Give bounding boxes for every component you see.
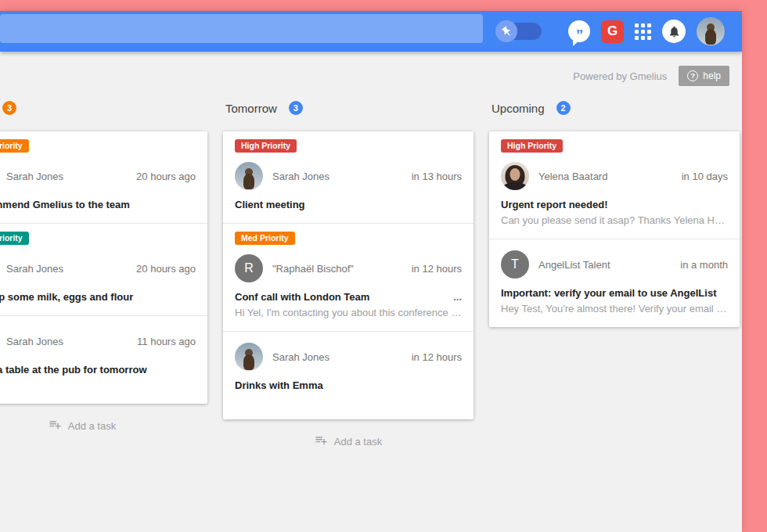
column-count-badge: 3 bbox=[2, 101, 16, 115]
playlist-add-icon bbox=[315, 433, 328, 449]
question-mark-icon: ? bbox=[687, 70, 698, 81]
sender-name: Sarah Jones bbox=[6, 263, 63, 275]
card-title: Recommend Gmelius to the team bbox=[0, 199, 196, 210]
avatar bbox=[235, 162, 263, 190]
due-time: 20 hours ago bbox=[136, 171, 196, 182]
card-title: Pick up some milk, eggs and flour bbox=[0, 291, 196, 303]
card-title: Drinks with Emma bbox=[235, 379, 462, 391]
chip-row: High Priority bbox=[235, 138, 462, 153]
card-title: Client meeting bbox=[235, 199, 462, 210]
pushpin-icon bbox=[495, 20, 517, 42]
notifications-bell-icon[interactable] bbox=[662, 20, 686, 43]
task-card[interactable]: Sarah Jones11 hours agoBook a table at t… bbox=[0, 315, 207, 404]
due-time: in 13 hours bbox=[412, 171, 462, 182]
sender-row: Sarah Jones20 hours ago bbox=[0, 162, 196, 190]
sender-name: Sarah Jones bbox=[6, 171, 63, 182]
task-card[interactable]: TAngelList Talentin a monthImportant: ve… bbox=[489, 239, 740, 327]
more-ellipsis: ... bbox=[453, 291, 462, 303]
avatar bbox=[235, 343, 263, 371]
board-column: Tomorrow3High PrioritySarah Jonesin 13 h… bbox=[223, 101, 474, 449]
sender-name: "Raphaël Bischof" bbox=[272, 263, 354, 275]
task-card[interactable]: High PriorityYelena Baatardin 10 daysUrg… bbox=[489, 131, 740, 239]
gmelius-pin-toggle[interactable] bbox=[501, 23, 542, 40]
sender-row: Yelena Baatardin 10 days bbox=[501, 162, 728, 190]
column-header: Upcoming2 bbox=[489, 101, 740, 115]
due-time: in 12 hours bbox=[412, 351, 462, 363]
sender-row: TAngelList Talentin a month bbox=[501, 250, 728, 279]
hangouts-icon[interactable]: ” bbox=[568, 20, 590, 42]
sender-name: Yelena Baatard bbox=[538, 171, 607, 182]
avatar bbox=[501, 162, 529, 190]
task-card[interactable]: Low PrioritySarah Jones20 hours agoPick … bbox=[0, 223, 207, 315]
task-card[interactable]: Sarah Jonesin 12 hoursDrinks with Emma bbox=[223, 331, 474, 419]
sender-row: Sarah Jones20 hours ago bbox=[0, 254, 196, 282]
sender-row: R"Raphaël Bischof"in 12 hours bbox=[235, 254, 462, 282]
title-row: Important: verify your email to use Ange… bbox=[501, 287, 728, 299]
playlist-add-icon bbox=[49, 418, 62, 433]
column-title: Tomorrow bbox=[225, 102, 277, 115]
due-time: 11 hours ago bbox=[137, 336, 196, 347]
avatar: R bbox=[235, 254, 263, 282]
add-task-button[interactable]: Add a task bbox=[223, 433, 474, 449]
sender-name: Sarah Jones bbox=[272, 171, 329, 182]
sender-row: Sarah Jonesin 12 hours bbox=[235, 343, 462, 371]
add-task-button[interactable]: Add a task bbox=[0, 418, 207, 433]
powered-by-label: Powered by Gmelius bbox=[573, 70, 667, 82]
sender-row: Sarah Jonesin 13 hours bbox=[235, 162, 462, 190]
title-row: Recommend Gmelius to the team bbox=[0, 199, 196, 210]
column-title: Upcoming bbox=[492, 102, 545, 115]
task-card[interactable]: Med PriorityR"Raphaël Bischof"in 12 hour… bbox=[223, 223, 474, 331]
topbar-icons: ” G bbox=[501, 11, 725, 52]
avatar: T bbox=[501, 250, 529, 279]
priority-chip: High Priority bbox=[235, 139, 297, 153]
column-count-badge: 2 bbox=[556, 101, 571, 115]
board-column: Upcoming2High PriorityYelena Baatardin 1… bbox=[489, 101, 740, 327]
column-header: Tomorrow3 bbox=[223, 101, 474, 115]
due-time: in 10 days bbox=[682, 171, 728, 182]
add-task-label: Add a task bbox=[334, 436, 382, 448]
card-snippet: Can you please send it asap? Thanks Yele… bbox=[501, 214, 728, 226]
due-time: in a month bbox=[680, 259, 728, 271]
card-snippet: Hi Yel, I'm contacting you about this co… bbox=[235, 307, 462, 318]
title-row: Conf call with London Team... bbox=[235, 291, 462, 303]
card-snippet: Hey Test, You're almost there! Verify yo… bbox=[501, 303, 728, 315]
due-time: in 12 hours bbox=[412, 263, 462, 275]
task-card[interactable]: Med PrioritySarah Jones20 hours agoRecom… bbox=[0, 131, 207, 223]
card-stack: Med PrioritySarah Jones20 hours agoRecom… bbox=[0, 131, 207, 404]
title-row: Client meeting bbox=[235, 199, 462, 210]
add-task-label: Add a task bbox=[68, 420, 116, 432]
sender-name: Sarah Jones bbox=[6, 336, 63, 347]
task-card[interactable]: High PrioritySarah Jonesin 13 hoursClien… bbox=[223, 131, 474, 223]
title-row: Drinks with Emma bbox=[235, 379, 462, 391]
priority-chip: Low Priority bbox=[0, 232, 29, 245]
column-count-badge: 3 bbox=[289, 101, 303, 115]
board-meta-row: Powered by Gmelius ? help bbox=[573, 66, 729, 86]
card-title: Important: verify your email to use Ange… bbox=[501, 287, 728, 299]
page: { "frame": { "color": "#f9898c", "conten… bbox=[0, 0, 767, 532]
apps-grid-icon[interactable] bbox=[635, 23, 651, 40]
quote-glyph: ” bbox=[576, 27, 583, 42]
card-title: Conf call with London Team bbox=[235, 291, 445, 303]
app-window: ” G Powered by Gmelius ? help Today3Med … bbox=[0, 11, 742, 532]
priority-chip: Med Priority bbox=[0, 139, 29, 153]
column-header: Today3 bbox=[0, 101, 207, 115]
sender-name: AngelList Talent bbox=[538, 259, 610, 271]
board-column: Today3Med PrioritySarah Jones20 hours ag… bbox=[0, 101, 207, 433]
priority-chip: Med Priority bbox=[235, 232, 295, 245]
gmelius-icon[interactable]: G bbox=[601, 20, 624, 43]
card-title: Book a table at the pub for tomorrow bbox=[0, 364, 196, 376]
help-button-label: help bbox=[703, 70, 721, 81]
chip-row: Low Priority bbox=[0, 230, 196, 245]
help-button[interactable]: ? help bbox=[679, 66, 729, 86]
card-stack: High PriorityYelena Baatardin 10 daysUrg… bbox=[489, 131, 740, 327]
chip-row: Med Priority bbox=[0, 138, 196, 153]
card-stack: High PrioritySarah Jonesin 13 hoursClien… bbox=[223, 131, 474, 419]
card-title: Urgent report needed! bbox=[501, 199, 728, 210]
search-input[interactable] bbox=[0, 14, 483, 43]
sender-row: Sarah Jones11 hours ago bbox=[0, 327, 196, 355]
chip-row: High Priority bbox=[501, 138, 728, 153]
profile-avatar[interactable] bbox=[697, 17, 725, 45]
gmail-topbar: ” G bbox=[0, 11, 742, 52]
title-row: Book a table at the pub for tomorrow bbox=[0, 364, 196, 376]
title-row: Pick up some milk, eggs and flour bbox=[0, 291, 196, 303]
